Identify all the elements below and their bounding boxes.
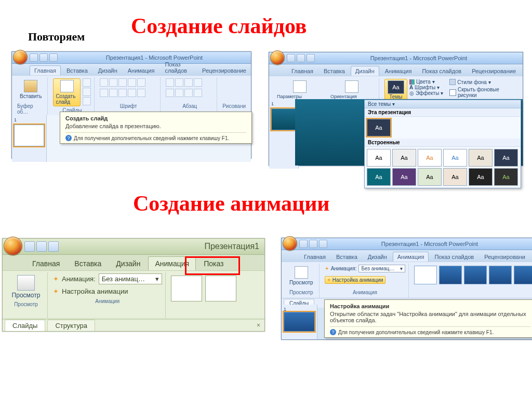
indent-dec-button[interactable] [184, 78, 193, 87]
change-case-button[interactable] [137, 89, 145, 97]
tab-insert[interactable]: Вставка [62, 65, 92, 75]
preview-button[interactable]: Просмотр [287, 265, 316, 287]
qat-save-icon[interactable] [299, 240, 308, 248]
theme-swatch[interactable]: Aa [392, 149, 416, 167]
theme-swatch[interactable]: Aa [469, 168, 493, 186]
panel-tab-outline[interactable]: Структура [47, 320, 95, 331]
transition-thumb[interactable] [439, 266, 462, 284]
tab-animation[interactable]: Анимация [393, 252, 429, 262]
office-button[interactable] [283, 236, 297, 251]
new-slide-button[interactable]: Создать слайд [53, 78, 81, 106]
slide-thumbnail[interactable] [14, 125, 44, 146]
tab-slideshow[interactable]: Показ слайдов [417, 66, 466, 76]
transition-thumb[interactable] [171, 276, 202, 301]
hide-background-checkbox[interactable]: Скрыть фоновые рисунки [449, 87, 517, 98]
align-right-button[interactable] [184, 89, 193, 97]
background-styles-button[interactable]: Стили фона ▾ [449, 79, 517, 85]
transition-none[interactable] [414, 266, 437, 284]
theme-swatch[interactable]: Aa [367, 149, 391, 167]
tab-slideshow[interactable]: Показ слайдов [430, 252, 478, 262]
qat-redo-icon[interactable] [307, 54, 315, 62]
theme-swatch[interactable]: Aa [367, 119, 391, 136]
tab-design[interactable]: Дизайн [94, 65, 122, 75]
office-button[interactable] [13, 50, 28, 64]
qat-save-icon[interactable] [24, 241, 35, 252]
tab-home[interactable]: Главная [25, 256, 66, 270]
tab-review[interactable]: Рецензирование [467, 66, 521, 76]
tab-review[interactable]: Рецензировани [480, 252, 530, 262]
custom-animation-button[interactable]: ✦ Настройка анимации [325, 276, 385, 284]
group-label: Рисовани [222, 103, 246, 109]
delete-button[interactable] [83, 97, 91, 105]
theme-swatch[interactable]: Aa [494, 168, 518, 186]
font-shrink-button[interactable] [109, 89, 117, 97]
bold-button[interactable] [100, 78, 108, 87]
tooltip-new-slide: Создать слайд Добавление слайда в презен… [60, 112, 252, 144]
theme-swatch[interactable]: Aa [367, 168, 391, 186]
tab-insert[interactable]: Вставка [68, 256, 108, 270]
numbering-button[interactable] [175, 78, 183, 87]
qat-save-icon[interactable] [30, 53, 38, 62]
align-center-button[interactable] [175, 89, 183, 97]
transition-thumb[interactable] [205, 276, 236, 301]
tab-design[interactable]: Дизайн [351, 66, 379, 76]
clear-format-button[interactable] [118, 89, 127, 97]
theme-swatch[interactable]: Aa [469, 149, 493, 167]
italic-button[interactable] [109, 78, 117, 87]
slide-thumbnail[interactable] [284, 312, 315, 332]
slide-thumbnail[interactable] [271, 108, 296, 130]
close-panel-icon[interactable]: × [257, 322, 260, 329]
strike-button[interactable] [137, 78, 145, 87]
office-button[interactable] [4, 237, 22, 255]
underline-button[interactable] [118, 78, 127, 87]
tab-home[interactable]: Главная [299, 252, 330, 262]
tab-design[interactable]: Дизайн [109, 256, 147, 270]
tab-design[interactable]: Дизайн [363, 252, 392, 262]
char-spacing-button[interactable] [128, 89, 136, 97]
shadow-button[interactable] [128, 78, 136, 87]
theme-effects-button[interactable]: ◎Эффекты ▾ [409, 90, 443, 96]
tab-animation[interactable]: Анимация [123, 65, 159, 75]
theme-swatch[interactable]: Aa [418, 149, 442, 167]
custom-animation-button[interactable]: ✦ Настройка анимации [53, 287, 128, 295]
qat-undo-icon[interactable] [309, 240, 317, 248]
indent-inc-button[interactable] [194, 78, 202, 87]
tab-home[interactable]: Главная [287, 66, 318, 76]
paste-button[interactable]: Вставить [17, 78, 44, 101]
qat-undo-icon[interactable] [39, 53, 48, 62]
tab-slideshow[interactable]: Показ слайдов [160, 59, 196, 75]
transition-thumb[interactable] [464, 266, 487, 284]
theme-swatch[interactable]: Aa [392, 168, 416, 186]
reset-button[interactable] [83, 88, 91, 96]
theme-swatch[interactable]: Aa [494, 149, 518, 167]
office-button[interactable] [270, 50, 285, 65]
qat-redo-icon[interactable] [319, 240, 327, 248]
tab-review[interactable]: Рецензирование [197, 65, 251, 75]
tab-insert[interactable]: Вставка [319, 66, 350, 76]
animation-combo[interactable]: Без анимац…▾ [99, 273, 162, 284]
bullets-button[interactable] [166, 78, 174, 87]
qat-undo-icon[interactable] [36, 241, 47, 252]
themes-gallery-button[interactable]: Aa Темы [384, 79, 407, 101]
justify-button[interactable] [194, 89, 202, 97]
font-grow-button[interactable] [100, 89, 108, 97]
panel-tab-slides[interactable]: Слайды [5, 320, 45, 331]
theme-fonts-button[interactable]: AШрифты ▾ [409, 85, 443, 90]
preview-button[interactable]: Просмотр [8, 273, 44, 300]
qat-redo-icon[interactable] [49, 53, 58, 62]
align-left-button[interactable] [166, 89, 174, 97]
transition-thumb[interactable] [514, 266, 532, 284]
animation-combo[interactable]: Без анимац…▾ [358, 265, 405, 272]
qat-undo-icon[interactable] [297, 54, 305, 62]
tab-home[interactable]: Главная [30, 65, 61, 75]
transition-thumb[interactable] [489, 266, 512, 284]
theme-swatch[interactable]: Aa [443, 168, 467, 186]
theme-swatch[interactable]: Aa [418, 168, 442, 186]
tab-animation[interactable]: Анимация [380, 66, 417, 76]
qat-save-icon[interactable] [287, 54, 295, 62]
theme-swatch[interactable]: Aa [443, 149, 467, 167]
layout-button[interactable] [83, 78, 91, 87]
tab-insert[interactable]: Вставка [331, 252, 362, 262]
theme-colors-button[interactable]: Цвета ▾ [409, 79, 443, 85]
qat-redo-icon[interactable] [48, 241, 59, 252]
